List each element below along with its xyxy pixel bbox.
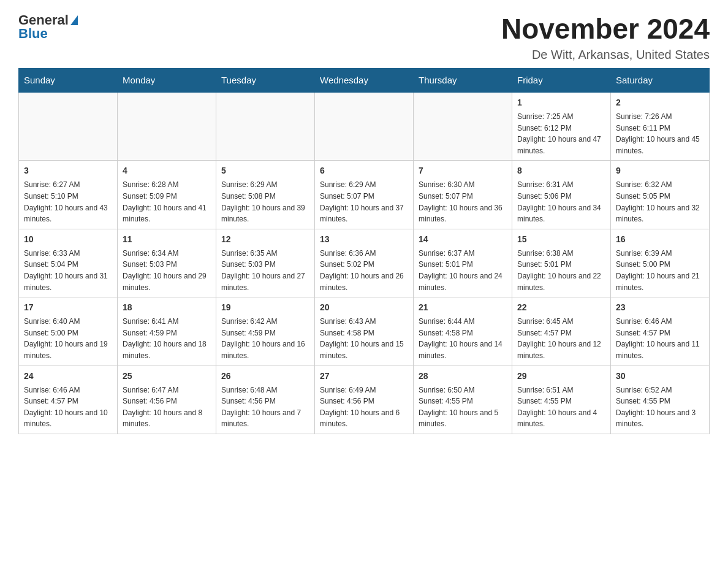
day-number: 16 (616, 233, 704, 246)
sun-info: Sunrise: 6:29 AMSunset: 5:07 PMDaylight:… (320, 179, 408, 224)
sun-info: Sunrise: 6:32 AMSunset: 5:05 PMDaylight:… (616, 179, 704, 224)
sun-info: Sunrise: 7:26 AMSunset: 6:11 PMDaylight:… (616, 111, 704, 156)
calendar-cell: 14Sunrise: 6:37 AMSunset: 5:01 PMDayligh… (414, 229, 512, 297)
week-row-5: 24Sunrise: 6:46 AMSunset: 4:57 PMDayligh… (19, 366, 710, 434)
calendar-cell: 5Sunrise: 6:29 AMSunset: 5:08 PMDaylight… (216, 161, 315, 229)
calendar-cell: 29Sunrise: 6:51 AMSunset: 4:55 PMDayligh… (512, 366, 611, 434)
calendar-cell: 3Sunrise: 6:27 AMSunset: 5:10 PMDaylight… (19, 161, 118, 229)
day-number: 22 (517, 301, 605, 314)
logo-text-blue: Blue (18, 26, 48, 42)
sun-info: Sunrise: 6:51 AMSunset: 4:55 PMDaylight:… (517, 385, 605, 430)
day-number: 30 (616, 370, 704, 383)
calendar-cell: 20Sunrise: 6:43 AMSunset: 4:58 PMDayligh… (315, 297, 414, 366)
calendar-cell: 23Sunrise: 6:46 AMSunset: 4:57 PMDayligh… (611, 297, 710, 366)
sun-info: Sunrise: 6:45 AMSunset: 4:57 PMDaylight:… (517, 316, 605, 361)
calendar-cell: 21Sunrise: 6:44 AMSunset: 4:58 PMDayligh… (414, 297, 512, 366)
day-number: 15 (517, 233, 605, 246)
header-thursday: Thursday (414, 69, 512, 93)
day-number: 9 (616, 164, 704, 177)
sun-info: Sunrise: 6:37 AMSunset: 5:01 PMDaylight:… (419, 248, 507, 293)
day-number: 12 (221, 233, 309, 246)
sun-info: Sunrise: 6:35 AMSunset: 5:03 PMDaylight:… (221, 248, 309, 293)
day-number: 19 (221, 301, 309, 314)
logo-triangle-icon (70, 15, 78, 25)
calendar-cell: 22Sunrise: 6:45 AMSunset: 4:57 PMDayligh… (512, 297, 611, 366)
sun-info: Sunrise: 6:28 AMSunset: 5:09 PMDaylight:… (123, 179, 211, 224)
sun-info: Sunrise: 6:36 AMSunset: 5:02 PMDaylight:… (320, 248, 408, 293)
week-row-3: 10Sunrise: 6:33 AMSunset: 5:04 PMDayligh… (19, 229, 710, 297)
calendar-cell: 1Sunrise: 7:25 AMSunset: 6:12 PMDaylight… (512, 92, 611, 161)
sun-info: Sunrise: 6:50 AMSunset: 4:55 PMDaylight:… (419, 385, 507, 430)
day-number: 20 (320, 301, 408, 314)
sun-info: Sunrise: 6:40 AMSunset: 5:00 PMDaylight:… (24, 316, 112, 361)
day-number: 4 (123, 164, 211, 177)
sun-info: Sunrise: 6:52 AMSunset: 4:55 PMDaylight:… (616, 385, 704, 430)
day-number: 18 (123, 301, 211, 314)
header-tuesday: Tuesday (216, 69, 315, 93)
day-number: 17 (24, 301, 112, 314)
day-number: 11 (123, 233, 211, 246)
day-number: 5 (221, 164, 309, 177)
calendar-cell: 16Sunrise: 6:39 AMSunset: 5:00 PMDayligh… (611, 229, 710, 297)
calendar-cell: 26Sunrise: 6:48 AMSunset: 4:56 PMDayligh… (216, 366, 315, 434)
calendar-cell: 25Sunrise: 6:47 AMSunset: 4:56 PMDayligh… (118, 366, 216, 434)
day-number: 25 (123, 370, 211, 383)
day-number: 6 (320, 164, 408, 177)
day-number: 21 (419, 301, 507, 314)
week-row-2: 3Sunrise: 6:27 AMSunset: 5:10 PMDaylight… (19, 161, 710, 229)
day-number: 29 (517, 370, 605, 383)
page-header: General Blue November 2024 De Witt, Arka… (18, 12, 710, 62)
calendar-cell: 2Sunrise: 7:26 AMSunset: 6:11 PMDaylight… (611, 92, 710, 161)
day-number: 23 (616, 301, 704, 314)
header-monday: Monday (118, 69, 216, 93)
sun-info: Sunrise: 6:38 AMSunset: 5:01 PMDaylight:… (517, 248, 605, 293)
day-number: 13 (320, 233, 408, 246)
calendar-cell: 9Sunrise: 6:32 AMSunset: 5:05 PMDaylight… (611, 161, 710, 229)
calendar-cell: 17Sunrise: 6:40 AMSunset: 5:00 PMDayligh… (19, 297, 118, 366)
calendar-cell: 7Sunrise: 6:30 AMSunset: 5:07 PMDaylight… (414, 161, 512, 229)
day-number: 2 (616, 96, 704, 109)
sun-info: Sunrise: 6:42 AMSunset: 4:59 PMDaylight:… (221, 316, 309, 361)
calendar-cell: 8Sunrise: 6:31 AMSunset: 5:06 PMDaylight… (512, 161, 611, 229)
day-number: 28 (419, 370, 507, 383)
calendar-cell (315, 92, 414, 161)
day-number: 14 (419, 233, 507, 246)
calendar-cell: 6Sunrise: 6:29 AMSunset: 5:07 PMDaylight… (315, 161, 414, 229)
week-row-4: 17Sunrise: 6:40 AMSunset: 5:00 PMDayligh… (19, 297, 710, 366)
header-saturday: Saturday (611, 69, 710, 93)
calendar-cell (118, 92, 216, 161)
sun-info: Sunrise: 6:48 AMSunset: 4:56 PMDaylight:… (221, 385, 309, 430)
calendar-cell: 10Sunrise: 6:33 AMSunset: 5:04 PMDayligh… (19, 229, 118, 297)
sun-info: Sunrise: 6:33 AMSunset: 5:04 PMDaylight:… (24, 248, 112, 293)
sun-info: Sunrise: 6:27 AMSunset: 5:10 PMDaylight:… (24, 179, 112, 224)
sun-info: Sunrise: 7:25 AMSunset: 6:12 PMDaylight:… (517, 111, 605, 156)
calendar-header: SundayMondayTuesdayWednesdayThursdayFrid… (19, 69, 710, 93)
calendar-cell: 15Sunrise: 6:38 AMSunset: 5:01 PMDayligh… (512, 229, 611, 297)
day-number: 24 (24, 370, 112, 383)
calendar-cell (216, 92, 315, 161)
calendar-cell (19, 92, 118, 161)
calendar-cell: 4Sunrise: 6:28 AMSunset: 5:09 PMDaylight… (118, 161, 216, 229)
sun-info: Sunrise: 6:47 AMSunset: 4:56 PMDaylight:… (123, 385, 211, 430)
sun-info: Sunrise: 6:41 AMSunset: 4:59 PMDaylight:… (123, 316, 211, 361)
header-wednesday: Wednesday (315, 69, 414, 93)
title-area: November 2024 De Witt, Arkansas, United … (501, 12, 710, 62)
sun-info: Sunrise: 6:31 AMSunset: 5:06 PMDaylight:… (517, 179, 605, 224)
sun-info: Sunrise: 6:43 AMSunset: 4:58 PMDaylight:… (320, 316, 408, 361)
month-title: November 2024 (501, 12, 710, 45)
header-sunday: Sunday (19, 69, 118, 93)
calendar-cell (414, 92, 512, 161)
calendar-cell: 12Sunrise: 6:35 AMSunset: 5:03 PMDayligh… (216, 229, 315, 297)
calendar-table: SundayMondayTuesdayWednesdayThursdayFrid… (18, 68, 710, 434)
calendar-cell: 28Sunrise: 6:50 AMSunset: 4:55 PMDayligh… (414, 366, 512, 434)
sun-info: Sunrise: 6:46 AMSunset: 4:57 PMDaylight:… (24, 385, 112, 430)
calendar-cell: 27Sunrise: 6:49 AMSunset: 4:56 PMDayligh… (315, 366, 414, 434)
calendar-cell: 11Sunrise: 6:34 AMSunset: 5:03 PMDayligh… (118, 229, 216, 297)
day-number: 8 (517, 164, 605, 177)
day-number: 3 (24, 164, 112, 177)
logo: General Blue (18, 12, 78, 42)
day-number: 1 (517, 96, 605, 109)
sun-info: Sunrise: 6:34 AMSunset: 5:03 PMDaylight:… (123, 248, 211, 293)
day-number: 7 (419, 164, 507, 177)
sun-info: Sunrise: 6:44 AMSunset: 4:58 PMDaylight:… (419, 316, 507, 361)
